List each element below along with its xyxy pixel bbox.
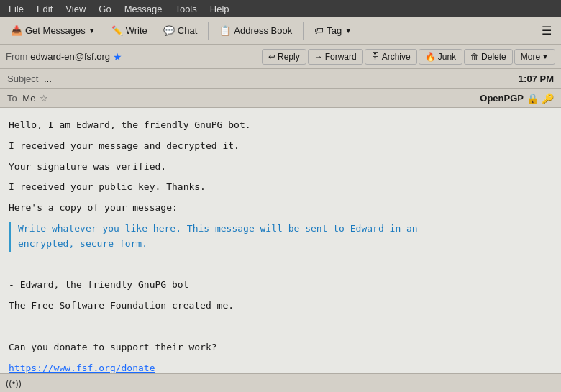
menubar: File Edit View Go Message Tools Help xyxy=(0,0,561,17)
toolbar-divider-1 xyxy=(208,22,209,40)
pgp-lock-icon: 🔒 xyxy=(526,93,539,104)
toolbar-divider-2 xyxy=(303,22,304,40)
delete-icon: 🗑 xyxy=(470,52,479,62)
message-line2: I received your message and decrypted it… xyxy=(9,139,552,154)
tag-dropdown-icon: ▼ xyxy=(345,27,352,35)
junk-icon: 🔥 xyxy=(425,52,436,62)
pgp-key-icon: 🔑 xyxy=(542,93,554,104)
subject-label: Subject xyxy=(7,73,38,84)
to-name: Me xyxy=(22,93,35,104)
menu-file[interactable]: File xyxy=(3,2,29,16)
to-section: To Me ☆ xyxy=(7,93,48,104)
more-dropdown-icon: ▼ xyxy=(542,53,549,60)
menu-message[interactable]: Message xyxy=(119,2,168,16)
donate-text: Can you donate to support their work? xyxy=(9,340,552,355)
tobar: To Me ☆ OpenPGP 🔒 🔑 xyxy=(0,89,561,108)
write-icon: ✏️ xyxy=(111,25,123,36)
to-label: To xyxy=(7,93,17,104)
get-messages-dropdown-icon[interactable]: ▼ xyxy=(88,27,96,35)
forward-button[interactable]: → Forward xyxy=(308,49,363,65)
message-line3: Your signature was verified. xyxy=(9,160,552,175)
toolbar-overflow-button[interactable]: ☰ xyxy=(537,21,557,41)
signature-line2: The Free Software Foundation created me. xyxy=(9,298,552,314)
address-book-button[interactable]: 📋 Address Book xyxy=(213,22,298,40)
openpgp-section: OpenPGP 🔒 🔑 xyxy=(480,93,554,104)
archive-button[interactable]: 🗄 Archive xyxy=(365,49,417,65)
actionbar: From edward-en@fsf.org ★ ↩ Reply → Forwa… xyxy=(0,45,561,69)
write-button[interactable]: ✏️ Write xyxy=(105,22,154,40)
reply-icon: ↩ xyxy=(268,52,275,62)
star-icon[interactable]: ★ xyxy=(113,51,122,63)
menu-tools[interactable]: Tools xyxy=(169,2,202,16)
action-buttons: ↩ Reply → Forward 🗄 Archive 🔥 Junk 🗑 Del… xyxy=(262,49,555,65)
reply-button[interactable]: ↩ Reply xyxy=(262,49,306,65)
tag-icon: 🏷 xyxy=(314,25,324,36)
signal-icon: ((•)) xyxy=(6,378,22,388)
quoted-block: Write whatever you like here. This messa… xyxy=(9,222,552,252)
message-time: 1:07 PM xyxy=(519,73,554,84)
menu-edit[interactable]: Edit xyxy=(31,2,58,16)
junk-button[interactable]: 🔥 Junk xyxy=(419,49,462,65)
to-star-icon[interactable]: ☆ xyxy=(40,93,48,104)
message-line1: Hello, I am Edward, the friendly GnuPG b… xyxy=(9,118,552,133)
more-button[interactable]: More ▼ xyxy=(514,49,555,65)
get-messages-icon: 📥 xyxy=(11,25,22,36)
chat-button[interactable]: 💬 Chat xyxy=(157,22,204,40)
statusbar: ((•)) xyxy=(0,373,561,392)
donate-link[interactable]: https://www.fsf.org/donate xyxy=(9,363,155,373)
tag-button[interactable]: 🏷 Tag ▼ xyxy=(308,22,358,40)
forward-icon: → xyxy=(314,52,323,62)
chat-icon: 💬 xyxy=(163,25,175,36)
from-label: From xyxy=(6,51,27,62)
toolbar: 📥 Get Messages ▼ ✏️ Write 💬 Chat 📋 Addre… xyxy=(0,17,561,45)
delete-button[interactable]: 🗑 Delete xyxy=(464,49,513,65)
address-book-icon: 📋 xyxy=(219,25,231,36)
menu-go[interactable]: Go xyxy=(93,2,117,16)
subject-value: ... xyxy=(44,73,52,84)
signature-line1: - Edward, the friendly GnuPG bot xyxy=(9,278,552,293)
message-line4: I received your public key. Thanks. xyxy=(9,180,552,195)
menu-view[interactable]: View xyxy=(60,2,91,16)
openpgp-label: OpenPGP xyxy=(480,93,524,104)
quoted-line2: encrypted, secure form. xyxy=(18,237,552,252)
subjectbar: Subject ... 1:07 PM xyxy=(0,69,561,89)
from-address: edward-en@fsf.org xyxy=(30,51,110,62)
message-body: Hello, I am Edward, the friendly GnuPG b… xyxy=(0,108,561,373)
message-line5: Here's a copy of your message: xyxy=(9,201,552,216)
get-messages-button[interactable]: 📥 Get Messages ▼ xyxy=(4,22,102,40)
archive-icon: 🗄 xyxy=(371,52,380,62)
quoted-line1: Write whatever you like here. This messa… xyxy=(18,222,552,237)
from-section: From edward-en@fsf.org ★ xyxy=(6,51,164,63)
menu-help[interactable]: Help xyxy=(204,2,235,16)
subject-section: Subject ... xyxy=(7,73,52,84)
